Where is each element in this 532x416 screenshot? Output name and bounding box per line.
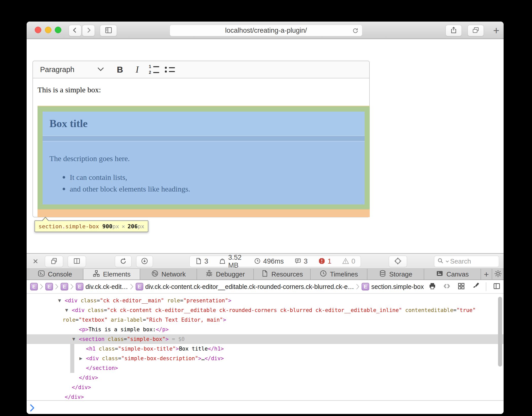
stat-logs[interactable]: 3 <box>289 257 313 266</box>
tab-debugger[interactable]: Debugger <box>197 269 254 280</box>
breadcrumb-item[interactable]: Ediv.ck.ck-edit… <box>76 283 128 290</box>
error-icon <box>318 257 325 266</box>
reload-icon[interactable] <box>352 27 359 35</box>
devtools-reload-button[interactable] <box>115 256 132 267</box>
layout-grid-icon[interactable] <box>457 282 465 291</box>
tab-elements[interactable]: Elements <box>83 269 140 280</box>
detach-window-icon <box>50 257 58 266</box>
numbered-list-button[interactable]: 1 2 <box>147 62 161 77</box>
zoom-button[interactable] <box>55 27 61 33</box>
chevron-down-icon <box>97 67 104 72</box>
disclosure-closed-icon[interactable]: ▶ <box>79 354 82 363</box>
tab-label: Console <box>48 270 72 278</box>
numbered-list-icon: 1 2 <box>149 65 159 75</box>
tab-canvas[interactable]: Canvas <box>424 269 481 280</box>
dom-tree: ▼<div class="ck ck-editor__main" role="p… <box>27 294 504 400</box>
box-description-list: It can contain lists, and other block el… <box>43 171 365 195</box>
tab-network[interactable]: Network <box>140 269 197 280</box>
breadcrumb-item[interactable]: E <box>30 283 38 290</box>
element-picker-button[interactable] <box>389 256 407 267</box>
tree-row[interactable]: </div> <box>27 392 504 400</box>
stat-errors[interactable]: 1 <box>313 257 337 266</box>
close-button[interactable] <box>35 27 41 33</box>
breadcrumb-item[interactable]: E <box>45 283 53 290</box>
element-size-tooltip: section.simple-box900px×206px <box>34 220 148 232</box>
source-code-icon[interactable] <box>443 282 451 291</box>
list-item: and other block elements like headings. <box>70 183 365 195</box>
paragraph-dropdown[interactable]: Paragraph <box>40 63 104 76</box>
devtools-settings-button[interactable] <box>492 269 504 280</box>
chevron-right-icon <box>70 283 74 290</box>
console-prompt[interactable] <box>27 400 504 414</box>
devtools-search[interactable] <box>434 256 499 267</box>
box-inner-gap <box>43 136 365 142</box>
tooltip-dot: . <box>62 223 65 230</box>
tree-row[interactable]: <p>This is a simple box:</p> <box>27 325 504 334</box>
print-styles-icon[interactable] <box>429 282 436 291</box>
chevron-left-icon <box>71 26 79 35</box>
paintbrush-icon[interactable] <box>472 282 479 291</box>
stat-errors-value: 1 <box>328 257 331 265</box>
back-button[interactable] <box>69 25 81 36</box>
search-input[interactable] <box>450 257 488 265</box>
tab-label: Canvas <box>446 270 469 278</box>
forward-button[interactable] <box>82 25 95 36</box>
url-bar[interactable]: localhost/creating-a-plugin/ <box>170 25 362 36</box>
stat-logs-value: 3 <box>304 257 308 265</box>
details-sidebar-icon[interactable] <box>493 282 501 291</box>
tree-row[interactable]: ▶<div class="simple-box-description">…</… <box>27 354 504 363</box>
share-button[interactable] <box>446 25 462 36</box>
breadcrumb-item[interactable]: Ediv.ck.ck-content.ck-editor__editable.c… <box>136 283 354 290</box>
timelines-icon <box>320 270 327 279</box>
breadcrumb-item[interactable]: E <box>61 283 68 290</box>
tree-row[interactable]: ▼<div class="ck ck-editor__main" role="p… <box>27 296 504 305</box>
element-badge-icon: E <box>45 283 53 290</box>
element-badge-icon: E <box>30 283 38 290</box>
stat-resource-size[interactable]: 3.52 MB <box>214 254 249 269</box>
devtools-close-button[interactable] <box>32 257 39 266</box>
stat-documents-value: 3 <box>204 257 208 265</box>
tooltip-width: 900 <box>102 223 112 230</box>
disclosure-open-icon[interactable]: ▼ <box>72 334 75 344</box>
disclosure-open-icon[interactable]: ▼ <box>65 305 68 315</box>
tree-row[interactable]: ▼<div class="ck ck-content ck-editor__ed… <box>27 305 504 315</box>
elements-icon <box>93 270 100 279</box>
tree-row[interactable]: </div> <box>27 383 504 392</box>
rich-text-editor[interactable]: Paragraph B I 1 2 Th <box>32 61 370 217</box>
weight-icon <box>219 257 226 266</box>
tree-row[interactable]: </div> <box>27 373 504 383</box>
devtools-tabs: ConsoleElementsNetworkDebuggerResourcesT… <box>27 269 481 280</box>
breadcrumb-item[interactable]: Esection.simple-box <box>362 283 424 290</box>
tab-resources[interactable]: Resources <box>254 269 311 280</box>
dock-separate-window-button[interactable] <box>45 256 63 267</box>
sidebar-toggle-button[interactable] <box>100 25 117 36</box>
scrollbar[interactable] <box>498 297 502 367</box>
bold-button[interactable]: B <box>113 62 127 77</box>
network-icon <box>151 270 159 279</box>
new-tab-button[interactable]: + <box>490 25 503 36</box>
clock-icon <box>254 257 261 266</box>
download-page-button[interactable] <box>136 256 153 267</box>
stat-load-time[interactable]: 496ms <box>249 257 289 266</box>
dock-side-button[interactable] <box>68 256 86 267</box>
tab-storage[interactable]: Storage <box>367 269 424 280</box>
bubble-icon <box>294 257 302 266</box>
show-all-tabs-button[interactable] <box>468 25 484 36</box>
tree-row[interactable]: role="textbox" aria-label="Rich Text Edi… <box>27 315 504 325</box>
minimize-button[interactable] <box>45 27 51 33</box>
add-tab-button[interactable]: + <box>481 269 492 280</box>
stat-documents[interactable]: 3 <box>190 257 214 266</box>
tab-timelines[interactable]: Timelines <box>311 269 367 280</box>
tree-row[interactable]: </section> <box>27 363 504 373</box>
tree-row[interactable]: <h1 class="simple-box-title">Box title</… <box>27 344 504 354</box>
element-badge-icon: E <box>61 283 68 290</box>
tree-row[interactable]: ▼<section class="simple-box"> = $0 <box>27 334 504 344</box>
devtools-tab-bar: ConsoleElementsNetworkDebuggerResourcesT… <box>27 269 504 280</box>
bulleted-list-button[interactable] <box>162 62 177 77</box>
italic-button[interactable]: I <box>130 62 145 77</box>
tab-console[interactable]: Console <box>27 269 83 280</box>
prompt-chevron-icon <box>30 404 35 413</box>
stat-warnings[interactable]: 0 <box>337 257 361 266</box>
box-title-area: Box title <box>43 112 365 136</box>
disclosure-open-icon[interactable]: ▼ <box>58 296 61 305</box>
